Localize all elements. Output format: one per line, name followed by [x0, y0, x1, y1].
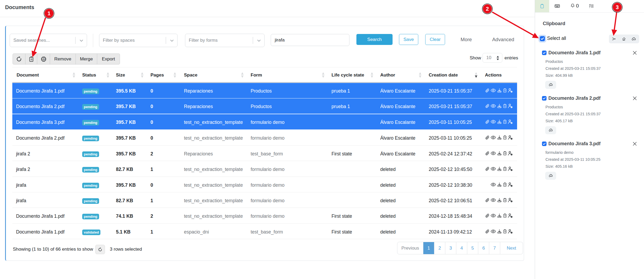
svg-text:1: 1 — [47, 10, 50, 16]
svg-text:2: 2 — [486, 6, 489, 12]
svg-text:3: 3 — [616, 4, 619, 10]
